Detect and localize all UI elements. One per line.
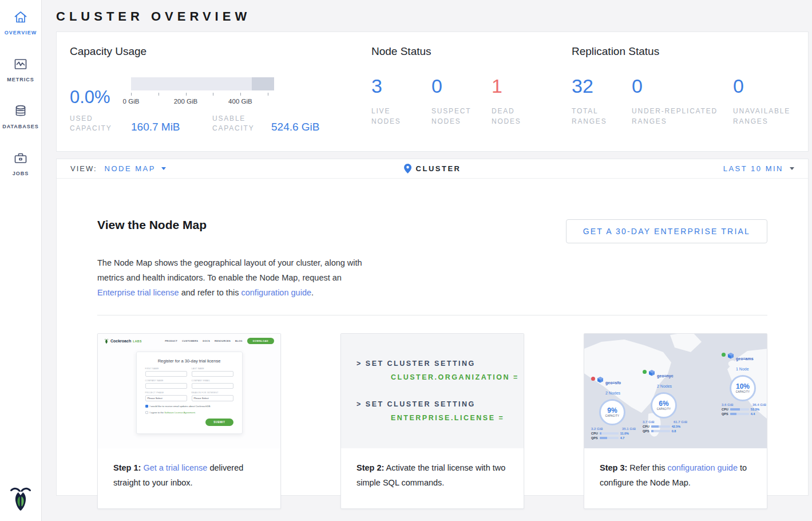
node-count: 1 Node xyxy=(736,367,749,371)
used-capacity-label: USED CAPACITY xyxy=(70,114,121,133)
description-text: and refer to this xyxy=(179,288,241,297)
sidebar-item-label: METRICS xyxy=(7,77,34,82)
capacity-total: 35.1 GiB xyxy=(622,427,636,431)
qps-label: QPS xyxy=(591,436,598,440)
node-count: 2 Nodes xyxy=(605,391,620,395)
license-agreement-link: Software License Agreement. xyxy=(164,411,196,414)
jobs-icon xyxy=(13,150,29,166)
field-label: LAST NAME xyxy=(192,368,233,370)
step-label: Step 2: xyxy=(357,463,384,472)
nav-item: DOCS xyxy=(203,340,210,342)
chevron-down-icon xyxy=(790,167,794,170)
locality-name: geo=nyc xyxy=(657,374,674,378)
view-bar: VIEW: NODE MAP CLUSTER LAST 10 MIN xyxy=(57,159,808,179)
download-button: DOWNLOAD xyxy=(247,338,274,344)
qps-value: 4.7 xyxy=(620,436,625,440)
sql-commands-preview: > SET CLUSTER SETTING CLUSTER.ORGANIZATI… xyxy=(341,334,524,448)
node-map-preview: geo=sfo2 Nodes 9% CAPACITY 3.2 GiB35.1 G… xyxy=(584,334,767,448)
step-3-caption: Step 3: Refer this configuration guide t… xyxy=(584,448,767,490)
capacity-used-percent: 0.0% xyxy=(70,88,131,106)
live-nodes-stat: 3 LIVE NODES xyxy=(371,76,431,127)
dead-nodes-label: DEAD NODES xyxy=(492,106,538,127)
enterprise-trial-button[interactable]: GET A 30-DAY ENTERPRISE TRIAL xyxy=(566,219,767,243)
nav-item: BLOG xyxy=(235,340,243,342)
capacity-total: 36.4 GiB xyxy=(752,403,766,406)
node-map-promo: View the Node Map GET A 30-DAY ENTERPRIS… xyxy=(57,179,808,509)
home-icon xyxy=(13,9,29,25)
view-mode-dropdown[interactable]: NODE MAP xyxy=(105,164,166,173)
status-dot-dead xyxy=(591,377,595,381)
trial-license-form: Register for a 30-day trial license FIRS… xyxy=(136,352,243,434)
field-label: COMPANY NAME xyxy=(145,380,187,382)
node-status-section: Node Status 3 LIVE NODES 0 SUSPECT NODES… xyxy=(371,45,572,151)
logo-text: Cockroach xyxy=(110,339,131,343)
checkbox-unchecked xyxy=(145,411,148,414)
configuration-guide-link[interactable]: configuration guide xyxy=(241,288,311,297)
total-ranges-value: 32 xyxy=(572,76,632,97)
cockroach-bug-icon xyxy=(104,338,109,344)
checkbox-label: I agree to the xyxy=(150,411,165,414)
sql-command: SET CLUSTER SETTING xyxy=(366,360,476,368)
cockroach-labs-logo: Cockroach LABS xyxy=(104,338,142,344)
text-input xyxy=(192,371,233,377)
cpu-value: 53.3% xyxy=(751,408,760,411)
total-ranges-stat: 32 TOTAL RANGES xyxy=(572,76,632,127)
configuration-guide-link[interactable]: configuration guide xyxy=(667,463,738,472)
sidebar-item-label: DATABASES xyxy=(2,124,39,129)
suspect-nodes-value: 0 xyxy=(431,76,492,97)
sidebar-item-overview[interactable]: OVERVIEW xyxy=(0,9,41,35)
map-node-ams: geo=ams1 Node 10% CAPACITY 3.6 GiB36.4 G… xyxy=(722,352,767,416)
field-label: PROJECT PHASE xyxy=(145,392,187,394)
sidebar-item-metrics[interactable]: METRICS xyxy=(0,56,41,82)
status-dot-live xyxy=(643,370,647,374)
description-text: . xyxy=(311,288,314,297)
node-cube-icon xyxy=(597,376,604,383)
map-node-sfo: geo=sfo2 Nodes 9% CAPACITY 3.2 GiB35.1 G… xyxy=(591,376,637,440)
enterprise-trial-license-link[interactable]: Enterprise trial license xyxy=(97,288,179,297)
gauge-tick-label: 400 GiB xyxy=(228,98,252,105)
text-input xyxy=(192,383,233,389)
capacity-used: 3.2 GiB xyxy=(591,427,603,431)
node-cube-icon xyxy=(648,369,655,376)
capacity-percent: 9% xyxy=(607,407,617,415)
sidebar-item-databases[interactable]: DATABASES xyxy=(0,103,41,129)
dead-nodes-value: 1 xyxy=(492,76,552,97)
step-label: Step 3: xyxy=(600,463,627,472)
step-2-caption: Step 2: Activate the trial license with … xyxy=(341,448,524,490)
select-input: Please Select xyxy=(192,395,233,401)
form-title: Register for a 30-day trial license xyxy=(145,358,233,364)
capacity-donut: 10% CAPACITY xyxy=(730,375,756,401)
step-3-card: geo=sfo2 Nodes 9% CAPACITY 3.2 GiB35.1 G… xyxy=(584,333,767,509)
cpu-label: CPU xyxy=(643,425,649,428)
view-label: VIEW: xyxy=(70,164,97,173)
metrics-icon xyxy=(13,56,29,72)
capacity-usage-title: Capacity Usage xyxy=(70,45,371,58)
field-label: COMPANY EMAIL xyxy=(192,380,233,382)
select-input: Please Select xyxy=(145,395,187,401)
usable-capacity-label: USABLE CAPACITY xyxy=(212,114,270,133)
gauge-tick-label: 200 GiB xyxy=(174,98,198,105)
divider xyxy=(97,315,767,315)
page-title: CLUSTER OVERVIEW xyxy=(56,9,809,25)
sql-prompt: > xyxy=(357,400,362,408)
get-trial-license-link[interactable]: Get a trial license xyxy=(143,463,207,472)
gauge-tick-label: 0 GiB xyxy=(123,98,140,105)
time-range-value: LAST 10 MIN xyxy=(723,164,783,173)
replication-status-title: Replication Status xyxy=(572,45,808,58)
field-label: FIRST NAME xyxy=(145,368,187,370)
locality-name: geo=sfo xyxy=(605,381,621,385)
step-2-card: > SET CLUSTER SETTING CLUSTER.ORGANIZATI… xyxy=(340,333,524,509)
sql-prompt: > xyxy=(357,360,362,368)
sidebar: OVERVIEW METRICS DATABASES JOBS xyxy=(0,0,42,521)
capacity-used: 3.6 GiB xyxy=(722,403,734,406)
capacity-label: CAPACITY xyxy=(657,408,671,411)
view-mode-value: NODE MAP xyxy=(105,164,156,173)
locality-name: geo=ams xyxy=(736,357,754,361)
live-nodes-label: LIVE NODES xyxy=(371,106,418,127)
suspect-nodes-label: SUSPECT NODES xyxy=(431,106,478,127)
map-scope-breadcrumb[interactable]: CLUSTER xyxy=(404,164,461,173)
cockroachdb-logo xyxy=(9,486,32,512)
unavailable-ranges-value: 0 xyxy=(733,76,793,97)
sidebar-item-jobs[interactable]: JOBS xyxy=(0,150,41,176)
time-range-dropdown[interactable]: LAST 10 MIN xyxy=(723,164,794,173)
